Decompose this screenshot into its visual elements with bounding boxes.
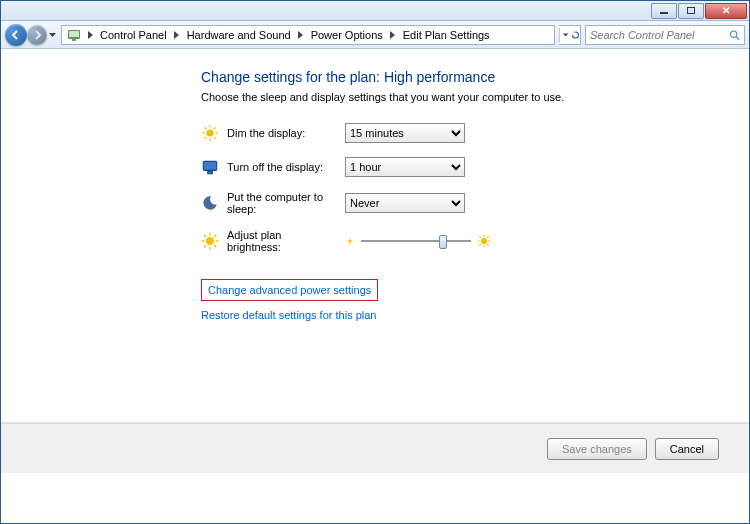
advanced-settings-link[interactable]: Change advanced power settings (208, 284, 371, 296)
content-area: Change settings for the plan: High perfo… (1, 49, 749, 473)
svg-line-22 (214, 245, 216, 247)
breadcrumb-item[interactable]: Power Options (307, 29, 387, 41)
svg-line-35 (479, 236, 481, 238)
svg-line-21 (204, 235, 206, 237)
page-heading: Change settings for the plan: High perfo… (201, 69, 689, 85)
sleep-label: Put the computer to sleep: (227, 191, 337, 215)
monitor-icon (201, 158, 219, 176)
highlighted-link-box: Change advanced power settings (201, 279, 378, 301)
dim-display-label: Dim the display: (227, 127, 337, 139)
brightness-slider[interactable] (361, 233, 471, 249)
brightness-label: Adjust plan brightness: (227, 229, 337, 253)
search-input[interactable] (590, 29, 729, 41)
chevron-right-icon[interactable] (387, 31, 399, 39)
moon-icon (201, 194, 219, 212)
svg-point-5 (206, 129, 213, 136)
refresh-dropdown[interactable] (559, 25, 581, 45)
svg-rect-15 (208, 172, 213, 174)
sun-brightness-icon (201, 232, 219, 250)
chevron-right-icon[interactable] (171, 31, 183, 39)
search-box[interactable] (585, 25, 745, 45)
bottom-bar: Save changes Cancel (1, 423, 749, 473)
svg-line-38 (487, 236, 489, 238)
refresh-icon (571, 29, 580, 41)
turn-off-display-row: Turn off the display: 1 hour (201, 157, 689, 177)
svg-line-12 (204, 137, 206, 139)
svg-line-36 (487, 244, 489, 246)
sun-dim-icon (201, 124, 219, 142)
svg-line-10 (204, 127, 206, 129)
chevron-right-icon[interactable] (84, 31, 96, 39)
svg-rect-2 (72, 39, 76, 41)
svg-point-25 (348, 239, 351, 242)
sun-large-icon (477, 234, 491, 248)
svg-rect-1 (69, 31, 79, 37)
svg-line-23 (204, 245, 206, 247)
svg-point-3 (731, 31, 737, 37)
turn-off-display-select[interactable]: 1 hour (345, 157, 465, 177)
svg-line-4 (736, 36, 739, 39)
cancel-button[interactable]: Cancel (655, 438, 719, 460)
sleep-select[interactable]: Never (345, 193, 465, 213)
dim-display-row: Dim the display: 15 minutes (201, 123, 689, 143)
address-bar: Control Panel Hardware and Sound Power O… (1, 21, 749, 49)
svg-line-24 (214, 235, 216, 237)
svg-line-37 (479, 244, 481, 246)
chevron-right-icon[interactable] (295, 31, 307, 39)
maximize-button[interactable] (678, 3, 704, 19)
restore-defaults-link[interactable]: Restore default settings for this plan (201, 309, 376, 321)
breadcrumb-item[interactable]: Control Panel (96, 29, 171, 41)
svg-rect-14 (203, 161, 217, 170)
nav-history-dropdown[interactable] (47, 25, 57, 45)
minimize-button[interactable] (651, 3, 677, 19)
svg-point-16 (206, 237, 214, 245)
search-icon (729, 28, 740, 42)
turn-off-display-label: Turn off the display: (227, 161, 337, 173)
back-button[interactable] (5, 24, 27, 46)
sun-small-icon (345, 236, 355, 246)
svg-point-30 (481, 238, 487, 244)
dim-display-select[interactable]: 15 minutes (345, 123, 465, 143)
breadcrumb[interactable]: Control Panel Hardware and Sound Power O… (61, 25, 555, 45)
brightness-control (345, 233, 491, 249)
svg-line-11 (214, 137, 216, 139)
chevron-down-icon (563, 33, 568, 37)
breadcrumb-item[interactable]: Edit Plan Settings (399, 29, 494, 41)
page-subtext: Choose the sleep and display settings th… (201, 91, 689, 103)
svg-line-13 (214, 127, 216, 129)
forward-button[interactable] (27, 25, 47, 45)
nav-buttons (5, 24, 57, 46)
brightness-row: Adjust plan brightness: (201, 229, 689, 253)
save-button[interactable]: Save changes (547, 438, 647, 460)
window-controls: ✕ (650, 3, 747, 19)
window-titlebar: ✕ (1, 1, 749, 21)
links-section: Change advanced power settings Restore d… (201, 279, 689, 321)
sleep-row: Put the computer to sleep: Never (201, 191, 689, 215)
close-button[interactable]: ✕ (705, 3, 747, 19)
breadcrumb-item[interactable]: Hardware and Sound (183, 29, 295, 41)
slider-thumb[interactable] (439, 235, 447, 249)
control-panel-icon (66, 27, 82, 43)
